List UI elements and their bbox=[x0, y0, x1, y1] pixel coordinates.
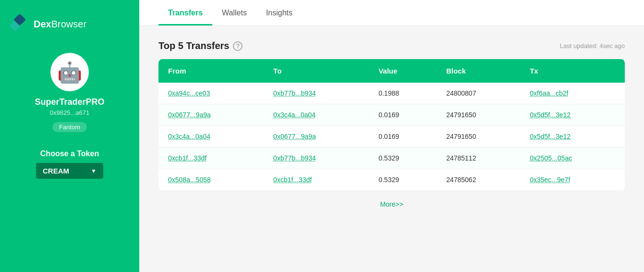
cell-from: 0x0677...9a9a bbox=[158, 104, 264, 126]
tab-wallets[interactable]: Wallets bbox=[212, 0, 256, 25]
table-row: 0xcb1f...33df 0xb77b...b934 0.5329 24785… bbox=[158, 148, 625, 169]
col-to: To bbox=[264, 59, 369, 83]
to-link[interactable]: 0x0677...9a9a bbox=[273, 133, 316, 140]
cell-block: 24800807 bbox=[437, 83, 520, 104]
chevron-down-icon: ▼ bbox=[91, 168, 97, 174]
top-nav: Transfers Wallets Insights bbox=[139, 0, 644, 26]
cell-to: 0xb77b...b934 bbox=[264, 83, 369, 104]
avatar: 🤖 bbox=[50, 53, 89, 91]
cell-from: 0x508a...5058 bbox=[158, 169, 264, 191]
cell-value: 0.1988 bbox=[369, 83, 437, 104]
content-area: Top 5 Transfers ? Last updated: 4sec ago… bbox=[139, 26, 644, 232]
cell-value: 0.5329 bbox=[369, 148, 437, 169]
from-link[interactable]: 0x508a...5058 bbox=[168, 176, 211, 184]
logo-icon bbox=[10, 14, 29, 34]
cell-tx: 0x5d5f...3e12 bbox=[520, 126, 625, 148]
to-link[interactable]: 0x3c4a...0a04 bbox=[273, 111, 316, 119]
from-link[interactable]: 0x3c4a...0a04 bbox=[168, 133, 210, 140]
from-link[interactable]: 0xa94c...ce03 bbox=[168, 89, 210, 97]
last-updated-text: Last updated: 4sec ago bbox=[560, 42, 625, 49]
tx-link[interactable]: 0x5d5f...3e12 bbox=[530, 111, 571, 119]
to-link[interactable]: 0xcb1f...33df bbox=[273, 176, 312, 184]
cell-to: 0x3c4a...0a04 bbox=[264, 104, 369, 126]
to-link[interactable]: 0xb77b...b934 bbox=[273, 154, 316, 162]
logo-area: DexBrowser bbox=[10, 14, 86, 34]
token-dropdown[interactable]: CREAM ▼ bbox=[36, 163, 103, 179]
main-content: Transfers Wallets Insights Top 5 Transfe… bbox=[139, 0, 644, 272]
section-header: Top 5 Transfers ? Last updated: 4sec ago bbox=[158, 40, 625, 51]
cell-to: 0x0677...9a9a bbox=[264, 126, 369, 148]
cell-from: 0xcb1f...33df bbox=[158, 148, 264, 169]
cell-value: 0.5329 bbox=[369, 169, 437, 191]
table-wrapper: From To Value Block Tx 0xa94c...ce03 0xb… bbox=[158, 59, 625, 191]
tx-link[interactable]: 0xf6aa...cb2f bbox=[530, 89, 568, 97]
token-label: CREAM bbox=[43, 167, 69, 175]
username: SuperTraderPRO bbox=[35, 97, 104, 107]
table-row: 0x0677...9a9a 0x3c4a...0a04 0.0169 24791… bbox=[158, 104, 625, 126]
tx-link[interactable]: 0x2505...05ac bbox=[530, 154, 572, 162]
table-row: 0x3c4a...0a04 0x0677...9a9a 0.0169 24791… bbox=[158, 126, 625, 148]
cell-block: 24785062 bbox=[437, 169, 520, 191]
from-link[interactable]: 0xcb1f...33df bbox=[168, 154, 207, 162]
sidebar: DexBrowser 🤖 SuperTraderPRO 0x9825...a67… bbox=[0, 0, 139, 272]
cell-to: 0xb77b...b934 bbox=[264, 148, 369, 169]
cell-block: 24791650 bbox=[437, 126, 520, 148]
wallet-address: 0x9825...a671 bbox=[50, 109, 89, 116]
network-badge: Fantom bbox=[52, 122, 87, 132]
help-icon[interactable]: ? bbox=[233, 41, 243, 51]
logo-text: DexBrowser bbox=[34, 19, 86, 30]
to-link[interactable]: 0xb77b...b934 bbox=[273, 89, 316, 97]
avatar-emoji: 🤖 bbox=[57, 61, 82, 84]
transfers-table: From To Value Block Tx 0xa94c...ce03 0xb… bbox=[158, 59, 625, 191]
table-row: 0x508a...5058 0xcb1f...33df 0.5329 24785… bbox=[158, 169, 625, 191]
cell-value: 0.0169 bbox=[369, 104, 437, 126]
choose-token-label: Choose a Token bbox=[40, 149, 99, 158]
col-value: Value bbox=[369, 59, 437, 83]
col-tx: Tx bbox=[520, 59, 625, 83]
cell-tx: 0x35ec...9e7f bbox=[520, 169, 625, 191]
tab-transfers[interactable]: Transfers bbox=[158, 0, 212, 25]
tab-insights[interactable]: Insights bbox=[256, 0, 302, 25]
col-from: From bbox=[158, 59, 264, 83]
cell-tx: 0x2505...05ac bbox=[520, 148, 625, 169]
cell-block: 24785112 bbox=[437, 148, 520, 169]
cell-value: 0.0169 bbox=[369, 126, 437, 148]
cell-from: 0x3c4a...0a04 bbox=[158, 126, 264, 148]
cell-tx: 0xf6aa...cb2f bbox=[520, 83, 625, 104]
tx-link[interactable]: 0x35ec...9e7f bbox=[530, 176, 570, 184]
cell-tx: 0x5d5f...3e12 bbox=[520, 104, 625, 126]
table-row: 0xa94c...ce03 0xb77b...b934 0.1988 24800… bbox=[158, 83, 625, 104]
cell-from: 0xa94c...ce03 bbox=[158, 83, 264, 104]
table-header-row: From To Value Block Tx bbox=[158, 59, 625, 83]
col-block: Block bbox=[437, 59, 520, 83]
cell-to: 0xcb1f...33df bbox=[264, 169, 369, 191]
from-link[interactable]: 0x0677...9a9a bbox=[168, 111, 211, 119]
tx-link[interactable]: 0x5d5f...3e12 bbox=[530, 133, 571, 140]
more-link[interactable]: More>> bbox=[158, 191, 625, 218]
section-title: Top 5 Transfers ? bbox=[158, 40, 243, 51]
cell-block: 24791650 bbox=[437, 104, 520, 126]
